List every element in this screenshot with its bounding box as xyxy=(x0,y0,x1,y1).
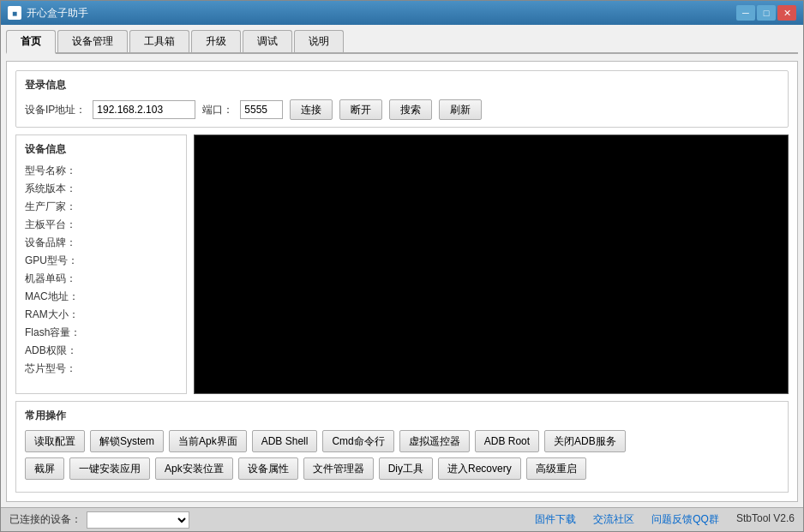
info-row-2: 生产厂家： xyxy=(25,200,177,214)
login-title: 登录信息 xyxy=(25,78,779,93)
connected-devices-dropdown[interactable] xyxy=(87,511,189,529)
login-section: 登录信息 设备IP地址： 端口： 连接 断开 搜索 刷新 xyxy=(15,70,789,128)
info-label-2: 生产厂家： xyxy=(25,200,81,214)
info-row-6: 机器单码： xyxy=(25,272,177,286)
community-link[interactable]: 交流社区 xyxy=(593,512,634,527)
close-adb-button[interactable]: 关闭ADB服务 xyxy=(544,430,626,452)
info-label-3: 主板平台： xyxy=(25,218,81,232)
firmware-download-link[interactable]: 固件下载 xyxy=(535,512,576,527)
info-label-7: MAC地址： xyxy=(25,290,81,304)
info-row-8: RAM大小： xyxy=(25,308,177,322)
port-input[interactable] xyxy=(240,100,283,119)
connect-button[interactable]: 连接 xyxy=(290,99,333,120)
info-label-0: 型号名称： xyxy=(25,164,81,178)
app-title: 开心盒子助手 xyxy=(27,6,88,21)
tab-bar: 首页 设备管理 工具箱 升级 调试 说明 xyxy=(6,30,798,54)
maximize-button[interactable]: □ xyxy=(757,5,776,21)
ip-input[interactable] xyxy=(93,100,195,119)
screen-preview xyxy=(194,134,789,394)
main-content: 首页 设备管理 工具箱 升级 调试 说明 登录信息 设备IP地址： 端口： 连接… xyxy=(1,25,803,507)
titlebar-title: ■ 开心盒子助手 xyxy=(8,6,88,21)
info-row-11: 芯片型号： xyxy=(25,362,177,376)
titlebar-controls: ─ □ ✕ xyxy=(736,5,796,21)
refresh-button[interactable]: 刷新 xyxy=(439,99,482,120)
info-label-5: GPU型号： xyxy=(25,254,81,268)
close-button[interactable]: ✕ xyxy=(777,5,796,21)
info-row-1: 系统版本： xyxy=(25,182,177,196)
device-info-title: 设备信息 xyxy=(25,142,177,157)
status-left: 已连接的设备： xyxy=(9,511,189,529)
tab-debug[interactable]: 调试 xyxy=(243,30,292,52)
tab-manual[interactable]: 说明 xyxy=(294,30,344,52)
operations-section: 常用操作 读取配置 解锁System 当前Apk界面 ADB Shell Cmd… xyxy=(15,401,789,493)
info-label-10: ADB权限： xyxy=(25,344,81,358)
info-label-6: 机器单码： xyxy=(25,272,81,286)
tab-upgrade[interactable]: 升级 xyxy=(191,30,241,52)
enter-recovery-button[interactable]: 进入Recovery xyxy=(438,457,521,480)
info-row-4: 设备品牌： xyxy=(25,236,177,250)
info-row-5: GPU型号： xyxy=(25,254,177,268)
version-label: StbTool V2.6 xyxy=(736,512,795,527)
current-apk-button[interactable]: 当前Apk界面 xyxy=(169,430,247,452)
tab-toolbox[interactable]: 工具箱 xyxy=(129,30,189,52)
info-row-0: 型号名称： xyxy=(25,164,177,178)
operations-title: 常用操作 xyxy=(25,409,779,423)
adb-shell-button[interactable]: ADB Shell xyxy=(252,430,318,452)
info-label-11: 芯片型号： xyxy=(25,362,81,376)
cmd-button[interactable]: Cmd命令行 xyxy=(322,430,393,452)
tab-home[interactable]: 首页 xyxy=(6,30,56,54)
one-click-install-button[interactable]: 一键安装应用 xyxy=(69,457,150,480)
diy-tools-button[interactable]: Diy工具 xyxy=(379,457,433,480)
read-config-button[interactable]: 读取配置 xyxy=(25,430,85,452)
operations-row2: 截屏 一键安装应用 Apk安装位置 设备属性 文件管理器 Diy工具 进入Rec… xyxy=(25,457,779,480)
connected-devices-label: 已连接的设备： xyxy=(9,512,81,527)
disconnect-button[interactable]: 断开 xyxy=(339,99,382,120)
minimize-button[interactable]: ─ xyxy=(736,5,755,21)
file-manager-button[interactable]: 文件管理器 xyxy=(303,457,374,480)
login-row: 设备IP地址： 端口： 连接 断开 搜索 刷新 xyxy=(25,99,779,120)
middle-section: 设备信息 型号名称： 系统版本： 生产厂家： 主板平台： xyxy=(15,134,789,394)
info-label-4: 设备品牌： xyxy=(25,236,81,250)
app-icon: ■ xyxy=(8,6,21,20)
home-panel: 登录信息 设备IP地址： 端口： 连接 断开 搜索 刷新 设备信息 xyxy=(6,61,798,502)
search-button[interactable]: 搜索 xyxy=(389,99,432,120)
info-label-9: Flash容量： xyxy=(25,326,81,340)
screenshot-button[interactable]: 截屏 xyxy=(25,457,64,480)
unlock-system-button[interactable]: 解锁System xyxy=(90,430,164,452)
tab-device-mgmt[interactable]: 设备管理 xyxy=(57,30,128,52)
info-label-1: 系统版本： xyxy=(25,182,81,196)
device-info-panel: 设备信息 型号名称： 系统版本： 生产厂家： 主板平台： xyxy=(15,134,187,394)
info-row-9: Flash容量： xyxy=(25,326,177,340)
virtual-remote-button[interactable]: 虚拟遥控器 xyxy=(399,430,470,452)
statusbar: 已连接的设备： 固件下载 交流社区 问题反馈QQ群 StbTool V2.6 xyxy=(1,507,803,531)
advanced-reboot-button[interactable]: 高级重启 xyxy=(526,457,586,480)
ip-label: 设备IP地址： xyxy=(25,103,86,117)
adb-root-button[interactable]: ADB Root xyxy=(475,430,539,452)
device-properties-button[interactable]: 设备属性 xyxy=(238,457,298,480)
main-window: ■ 开心盒子助手 ─ □ ✕ 首页 设备管理 工具箱 升级 调试 说明 登录信息… xyxy=(0,0,804,532)
feedback-link[interactable]: 问题反馈QQ群 xyxy=(651,512,719,527)
apk-install-location-button[interactable]: Apk安装位置 xyxy=(155,457,233,480)
info-row-3: 主板平台： xyxy=(25,218,177,232)
port-label: 端口： xyxy=(202,103,233,117)
status-links: 固件下载 交流社区 问题反馈QQ群 StbTool V2.6 xyxy=(535,512,795,527)
titlebar: ■ 开心盒子助手 ─ □ ✕ xyxy=(1,1,803,25)
info-row-10: ADB权限： xyxy=(25,344,177,358)
info-row-7: MAC地址： xyxy=(25,290,177,304)
info-label-8: RAM大小： xyxy=(25,308,81,322)
operations-row1: 读取配置 解锁System 当前Apk界面 ADB Shell Cmd命令行 虚… xyxy=(25,430,779,452)
